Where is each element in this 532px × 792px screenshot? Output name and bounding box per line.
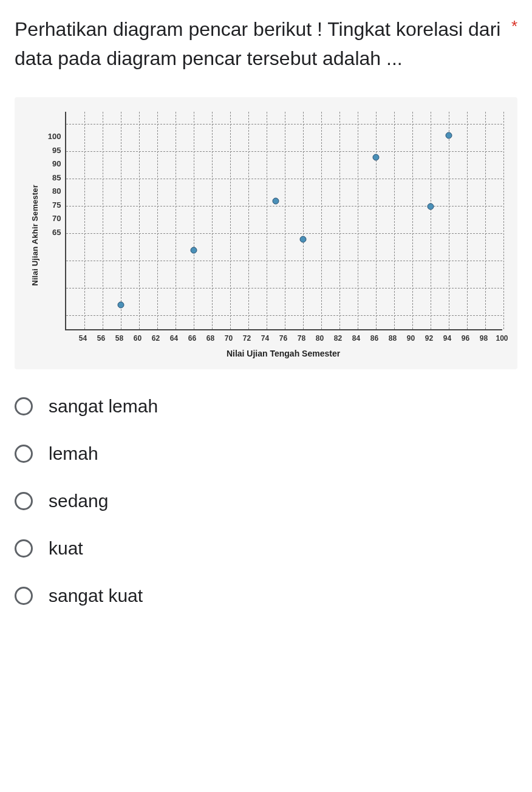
required-asterisk: * [511, 17, 517, 36]
x-axis-ticks: 5456586062646668707274767880828486889092… [65, 334, 502, 344]
question-text: Perhatikan diagram pencar berikut ! Ting… [15, 15, 504, 73]
gridline-vertical [248, 112, 249, 329]
gridline-vertical [303, 112, 304, 329]
answer-option[interactable]: sedang [15, 491, 517, 511]
gridline-vertical [157, 112, 158, 329]
y-tick-label: 100 [48, 132, 61, 146]
gridline-vertical [121, 112, 121, 329]
radio-icon[interactable] [15, 587, 33, 605]
answer-options: sangat lemahlemahsedangkuatsangat kuat [15, 396, 517, 606]
radio-icon[interactable] [15, 539, 33, 558]
answer-option-label: sedang [49, 491, 108, 511]
gridline-horizontal [66, 206, 502, 207]
gridline-vertical [267, 112, 267, 329]
gridline-vertical [394, 112, 395, 329]
radio-icon[interactable] [15, 445, 33, 463]
gridline-vertical [139, 112, 140, 329]
data-point [427, 203, 434, 210]
data-point [445, 132, 452, 138]
data-point [190, 247, 197, 253]
gridline-vertical [285, 112, 285, 329]
gridline-horizontal [66, 288, 502, 288]
scatter-chart: Nilai Ujian Akhir Semester 1009590858075… [15, 97, 517, 369]
gridline-horizontal [66, 151, 502, 152]
y-axis-label: Nilai Ujian Akhir Semester [30, 185, 39, 286]
radio-icon[interactable] [15, 397, 33, 415]
gridline-vertical [176, 112, 176, 329]
answer-option-label: sangat lemah [49, 396, 158, 417]
answer-option[interactable]: lemah [15, 443, 517, 464]
gridline-horizontal [66, 261, 502, 261]
gridline-horizontal [66, 124, 502, 125]
gridline-vertical [84, 112, 85, 329]
gridline-vertical [358, 112, 358, 329]
gridline-vertical [431, 112, 431, 329]
gridline-horizontal [66, 179, 502, 179]
data-point [117, 301, 124, 308]
answer-option[interactable]: kuat [15, 538, 517, 559]
gridline-vertical [503, 112, 504, 329]
radio-icon[interactable] [15, 492, 33, 510]
y-axis-ticks: 10095908580757065 [44, 126, 61, 344]
gridline-vertical [485, 112, 486, 329]
x-axis-label: Nilai Ujian Tengah Semester [65, 349, 502, 358]
answer-option-label: sangat kuat [49, 585, 143, 606]
gridline-horizontal [66, 233, 502, 234]
gridline-vertical [194, 112, 194, 329]
gridline-vertical [467, 112, 468, 329]
gridline-vertical [376, 112, 377, 329]
answer-option-label: lemah [49, 443, 98, 464]
gridline-vertical [212, 112, 213, 329]
gridline-vertical [230, 112, 231, 329]
gridline-vertical [339, 112, 340, 329]
gridline-vertical [103, 112, 103, 329]
answer-option-label: kuat [49, 538, 83, 559]
answer-option[interactable]: sangat kuat [15, 585, 517, 606]
y-tick-label: 65 [52, 228, 61, 434]
data-point [299, 236, 306, 242]
data-point [372, 154, 379, 160]
gridline-vertical [449, 112, 449, 329]
answer-option[interactable]: sangat lemah [15, 396, 517, 417]
gridline-vertical [321, 112, 322, 329]
plot-area [65, 112, 502, 330]
gridline-vertical [412, 112, 413, 329]
gridline-horizontal [66, 315, 502, 316]
data-point [272, 197, 279, 204]
